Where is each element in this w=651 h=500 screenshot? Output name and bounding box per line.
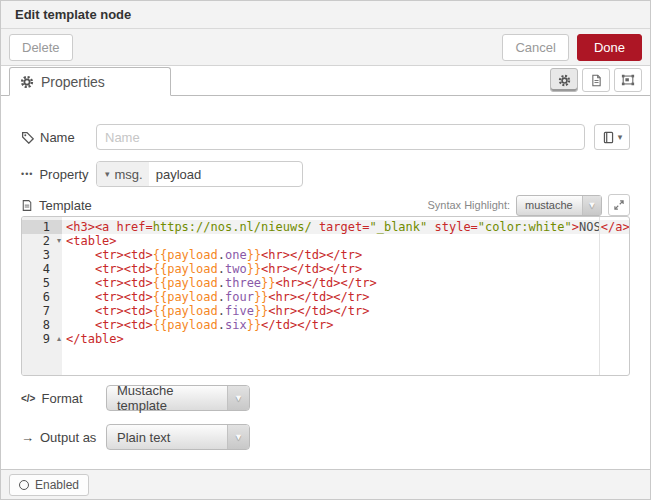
line-number: 7 [22,304,62,318]
line-number: 1 [22,220,62,234]
template-label-group: Template [21,198,96,213]
gear-icon [558,74,571,87]
arrow-right-icon: → [21,430,34,445]
editor-tabs: Properties [1,66,650,96]
code-line[interactable]: 7 <tr><td>{{payload.five}}<hr></td></tr> [22,304,629,318]
output-label: Output as [40,430,96,445]
library-button[interactable]: ▾ [594,124,630,150]
file-code-icon [21,199,33,212]
document-icon [590,74,603,87]
code-line[interactable]: 9▴</table> [22,332,629,346]
dialog-footer: Enabled [1,469,650,499]
edit-template-node-dialog: Edit template node Delete Cancel Done Pr… [0,0,651,500]
dialog-toolbar: Delete Cancel Done [1,29,650,66]
output-select[interactable]: Plain text ▼ [106,424,250,450]
done-button[interactable]: Done [577,34,642,61]
caret-down-icon: ▾ [618,133,623,142]
name-label: Name [40,130,75,145]
tab-properties-label: Properties [41,74,105,90]
gear-icon [20,75,34,89]
delete-button[interactable]: Delete [9,34,73,61]
caret-down-icon: ▾ [105,170,110,179]
code-line[interactable]: 6 <tr><td>{{payload.four}}<hr></td></tr> [22,290,629,304]
caret-down-icon: ▼ [227,425,249,449]
code-line[interactable]: 1<h3><a href=https://nos.nl/nieuws/ targ… [22,220,629,234]
line-number: 2▾ [22,234,62,248]
name-label-group: Name [21,130,96,145]
format-value: Mustache template [117,383,223,413]
enabled-label: Enabled [35,478,79,492]
property-label-group: ••• Property [21,167,96,182]
name-row: Name ▾ [21,124,630,150]
format-label: Format [41,391,82,406]
syntax-highlight-group: Syntax Highlight: mustache ▼ [427,194,630,216]
line-number: 9▴ [22,332,62,346]
enabled-toggle-button[interactable]: Enabled [9,474,89,496]
fold-toggle-icon[interactable]: ▴ [57,332,61,346]
format-label-group: </> Format [21,391,106,406]
appearance-view-button[interactable] [614,68,642,92]
syntax-highlight-label: Syntax Highlight: [427,199,510,211]
code-line[interactable]: 2▾<table> [22,234,629,248]
code-lines: 1<h3><a href=https://nos.nl/nieuws/ targ… [22,217,629,346]
ellipsis-icon: ••• [21,169,33,179]
code-line[interactable]: 4 <tr><td>{{payload.two}}<hr></td></tr> [22,262,629,276]
code-icon: </> [21,393,35,404]
code-line[interactable]: 5 <tr><td>{{payload.three}}<hr></td></tr… [22,276,629,290]
description-view-button[interactable] [582,68,610,92]
format-select[interactable]: Mustache template ▼ [106,385,250,411]
template-label: Template [39,198,92,213]
line-number: 8 [22,318,62,332]
template-code-editor[interactable]: 1<h3><a href=https://nos.nl/nieuws/ targ… [21,216,630,376]
line-number: 6 [22,290,62,304]
tag-icon [21,131,34,144]
line-number: 4 [22,262,62,276]
circle-icon [19,480,29,490]
line-number: 3 [22,248,62,262]
output-value: Plain text [117,430,170,445]
dialog-titlebar: Edit template node [1,1,650,29]
line-number: 5 [22,276,62,290]
property-typed-input[interactable]: ▾ msg. payload [96,161,303,187]
format-row: </> Format Mustache template ▼ [21,385,630,411]
property-type-selector[interactable]: ▾ msg. [97,162,149,186]
tab-properties[interactable]: Properties [9,67,171,96]
caret-down-icon: ▼ [227,386,249,410]
code-line[interactable]: 3 <tr><td>{{payload.one}}<hr></td></tr> [22,248,629,262]
fold-toggle-icon[interactable]: ▾ [57,234,61,248]
print-margin [599,217,600,375]
name-input[interactable] [96,124,585,150]
property-row: ••• Property ▾ msg. payload [21,161,630,187]
code-line[interactable]: 8 <tr><td>{{payload.six}}</td></tr> [22,318,629,332]
properties-view-button[interactable] [550,68,578,92]
property-value[interactable]: payload [149,162,209,186]
cancel-button[interactable]: Cancel [502,34,568,61]
properties-form: Name ▾ ••• Property ▾ [1,124,650,450]
syntax-highlight-value: mustache [525,199,573,211]
dialog-title: Edit template node [15,7,131,22]
syntax-highlight-select[interactable]: mustache ▼ [516,195,602,216]
output-row: → Output as Plain text ▼ [21,424,630,450]
object-group-icon [621,73,635,87]
property-prefix: msg. [115,167,143,182]
caret-down-icon: ▼ [582,196,601,215]
template-header-row: Template Syntax Highlight: mustache ▼ [21,194,630,216]
book-icon [602,131,615,144]
property-label: Property [39,167,88,182]
expand-icon [613,199,625,211]
output-label-group: → Output as [21,430,106,445]
expand-editor-button[interactable] [608,194,630,216]
